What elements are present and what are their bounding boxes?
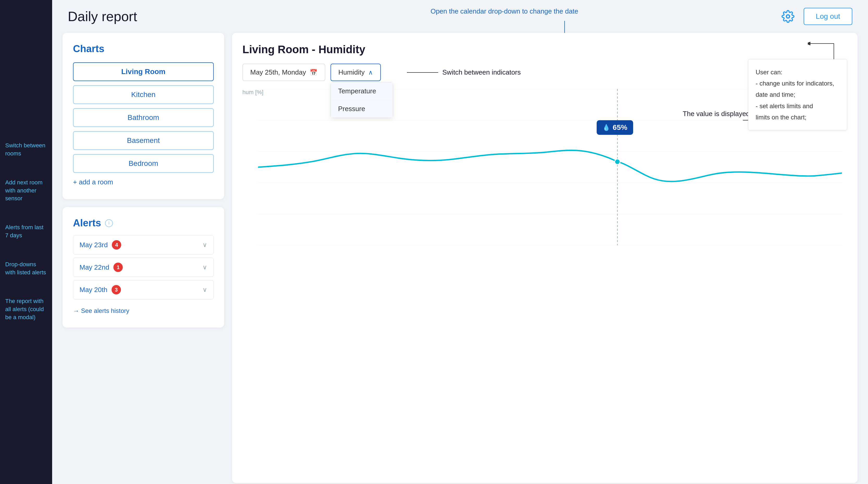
alert-badge-may22: 1 [114,263,123,272]
alert-date-may22: May 22nd [80,263,109,271]
main-container: Daily report Open the calendar drop-down… [52,0,868,484]
chevron-down-icon-3: ∨ [203,286,207,293]
svg-point-0 [786,15,789,18]
calendar-callout: Open the calendar drop-down to change th… [431,7,579,16]
dropdown-item-temperature[interactable]: Temperature [331,82,393,100]
chevron-down-icon: ∨ [203,241,207,248]
header-right: Log out [780,8,852,25]
info-icon[interactable]: i [105,219,113,227]
alerts-card: Alerts i May 23rd 4 ∨ [63,207,224,328]
switch-indicators-callout: Switch between indicators [442,68,521,77]
alert-item-may23[interactable]: May 23rd 4 ∨ [73,235,214,254]
svg-point-28 [615,159,620,164]
alert-list: May 23rd 4 ∨ May 22nd 1 ∨ [73,235,214,299]
dropdown-item-pressure[interactable]: Pressure [331,100,393,118]
user-can-text: User can:- change units for indicators, … [756,68,834,121]
annotation-add-room: Add next room with another sensor [5,179,47,203]
alert-badge-may23: 4 [112,240,121,249]
room-item-basement[interactable]: Basement [73,131,214,150]
room-item-living-room[interactable]: Living Room [73,62,214,81]
charts-card: Charts Living Room Kitchen Bathroom Base… [63,33,224,199]
user-can-annotation: User can:- change units for indicators, … [748,59,847,130]
room-item-bathroom[interactable]: Bathroom [73,108,214,127]
arrow-line-indicators [407,72,438,73]
annotation-report: The report with all alerts (could be a m… [5,297,47,321]
indicator-dropdown-menu: Temperature Pressure [331,82,393,118]
settings-button[interactable] [780,9,796,24]
indicator-wrapper: Humidity ∧ Temperature Pressure [331,64,381,81]
right-panel: Living Room - Humidity May 25th, Monday … [232,33,858,483]
calendar-icon: 📅 [310,69,317,76]
add-room-button[interactable]: + add a room [73,176,113,189]
alert-item-may22[interactable]: May 22nd 1 ∨ [73,258,214,277]
header: Daily report Open the calendar drop-down… [52,0,868,33]
gear-icon [781,10,795,23]
page-title: Daily report [68,9,137,24]
alerts-title: Alerts [73,217,101,229]
date-picker-button[interactable]: May 25th, Monday 📅 [242,64,325,81]
logout-button[interactable]: Log out [804,8,852,25]
room-list: Living Room Kitchen Bathroom Basement Be… [73,62,214,173]
annotation-dropdowns: Drop-downs with listed alerts [5,261,47,277]
alert-item-may20[interactable]: May 20th 3 ∨ [73,280,214,299]
room-item-bedroom[interactable]: Bedroom [73,154,214,173]
annotation-switch-rooms: Switch between rooms [5,142,47,158]
chevron-down-icon-2: ∨ [203,264,207,271]
alert-date-may20: May 20th [80,286,107,294]
alert-date-may23: May 23rd [80,241,107,249]
gear-arrow [808,41,839,62]
indicator-label: Humidity [338,68,365,77]
chart-title: Living Room - Humidity [242,43,847,56]
see-alerts-history-button[interactable]: → See alerts history [73,305,129,317]
left-panel: Charts Living Room Kitchen Bathroom Base… [63,33,224,483]
content-area: Charts Living Room Kitchen Bathroom Base… [52,33,868,483]
alerts-header: Alerts i [73,217,214,229]
indicator-dropdown-button[interactable]: Humidity ∧ [331,64,381,81]
chevron-up-icon: ∧ [368,69,373,76]
annotation-alerts-last-days: Alerts from last 7 days [5,223,47,240]
alert-badge-may20: 3 [112,285,121,295]
date-label: May 25th, Monday [250,68,306,77]
room-item-kitchen[interactable]: Kitchen [73,85,214,104]
charts-title: Charts [73,43,214,55]
left-sidebar: Switch between rooms Add next room with … [0,0,52,484]
